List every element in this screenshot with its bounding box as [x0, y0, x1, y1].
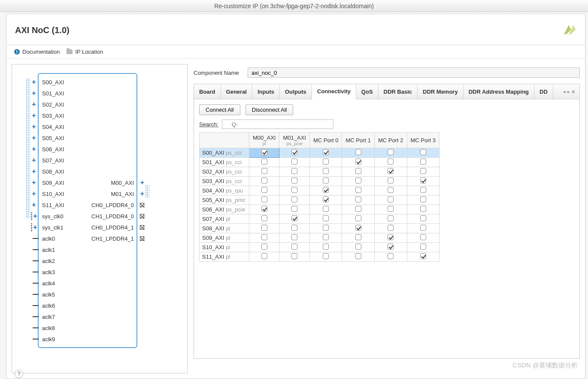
tab-connectivity[interactable]: Connectivity [312, 84, 356, 99]
table-row[interactable]: S10_AXIpl [200, 243, 439, 252]
table-row[interactable]: S00_AXIps_cci [200, 148, 439, 158]
checkbox[interactable] [261, 244, 267, 250]
checkbox[interactable] [291, 149, 297, 155]
checkbox-cell[interactable] [375, 243, 407, 252]
column-header[interactable]: M01_AXIps_pcie [279, 133, 309, 148]
checkbox-cell[interactable] [279, 205, 309, 214]
checkbox[interactable] [291, 225, 297, 231]
checkbox-cell[interactable] [375, 196, 407, 205]
checkbox-cell[interactable] [249, 158, 279, 167]
checkbox-cell[interactable] [375, 158, 407, 167]
component-name-input[interactable] [248, 67, 580, 78]
help-icon[interactable]: ? [15, 370, 23, 378]
checkbox[interactable] [291, 177, 297, 183]
checkbox[interactable] [355, 244, 361, 250]
checkbox[interactable] [420, 206, 426, 212]
checkbox[interactable] [291, 168, 297, 174]
checkbox-cell[interactable] [342, 214, 375, 224]
checkbox-cell[interactable] [279, 186, 309, 196]
checkbox-cell[interactable] [249, 252, 279, 262]
checkbox-cell[interactable] [342, 148, 375, 158]
checkbox-cell[interactable] [375, 214, 407, 224]
column-header[interactable]: MC Port 3 [407, 133, 439, 148]
checkbox-cell[interactable] [249, 196, 279, 205]
checkbox[interactable] [388, 168, 394, 174]
connect-all-button[interactable]: Connect All [199, 104, 240, 115]
tab-menu-icon[interactable] [572, 89, 577, 95]
table-row[interactable]: S06_AXIps_pcie [200, 205, 439, 214]
table-row[interactable]: S11_AXIpl [200, 252, 439, 262]
checkbox-cell[interactable] [249, 233, 279, 243]
checkbox[interactable] [291, 234, 297, 240]
checkbox[interactable] [388, 215, 394, 221]
checkbox[interactable] [388, 234, 394, 240]
checkbox-cell[interactable] [407, 177, 439, 186]
column-header[interactable]: MC Port 0 [309, 133, 342, 148]
checkbox-cell[interactable] [309, 224, 342, 233]
checkbox[interactable] [388, 149, 394, 155]
checkbox-cell[interactable] [309, 148, 342, 158]
column-header[interactable]: MC Port 1 [342, 133, 375, 148]
checkbox-cell[interactable] [407, 186, 439, 196]
checkbox-cell[interactable] [249, 167, 279, 177]
table-row[interactable]: S04_AXIps_rpu [200, 186, 439, 196]
checkbox[interactable] [355, 159, 361, 165]
checkbox[interactable] [388, 159, 394, 165]
checkbox[interactable] [420, 159, 426, 165]
checkbox-cell[interactable] [249, 186, 279, 196]
checkbox[interactable] [355, 168, 361, 174]
checkbox-cell[interactable] [407, 158, 439, 167]
checkbox[interactable] [261, 196, 267, 202]
checkbox[interactable] [420, 187, 426, 193]
checkbox-cell[interactable] [375, 252, 407, 262]
checkbox[interactable] [388, 253, 394, 259]
checkbox-cell[interactable] [279, 148, 309, 158]
checkbox-cell[interactable] [309, 186, 342, 196]
checkbox-cell[interactable] [249, 205, 279, 214]
checkbox[interactable] [323, 196, 329, 202]
checkbox[interactable] [261, 149, 267, 155]
checkbox-cell[interactable] [342, 177, 375, 186]
checkbox[interactable] [323, 225, 329, 231]
checkbox[interactable] [291, 196, 297, 202]
checkbox-cell[interactable] [309, 196, 342, 205]
checkbox[interactable] [420, 215, 426, 221]
checkbox-cell[interactable] [375, 224, 407, 233]
checkbox-cell[interactable] [309, 177, 342, 186]
tab-outputs[interactable]: Outputs [280, 85, 312, 99]
checkbox-cell[interactable] [342, 233, 375, 243]
checkbox-cell[interactable] [279, 224, 309, 233]
checkbox-cell[interactable] [375, 177, 407, 186]
checkbox[interactable] [261, 159, 267, 165]
tab-dd[interactable]: DD [534, 85, 553, 99]
checkbox-cell[interactable] [342, 167, 375, 177]
checkbox[interactable] [355, 206, 361, 212]
checkbox-cell[interactable] [342, 252, 375, 262]
checkbox[interactable] [291, 253, 297, 259]
checkbox[interactable] [355, 196, 361, 202]
checkbox-cell[interactable] [407, 167, 439, 177]
ip-location-link[interactable]: IP Location [67, 49, 103, 55]
checkbox[interactable] [420, 196, 426, 202]
checkbox[interactable] [323, 244, 329, 250]
checkbox[interactable] [355, 187, 361, 193]
tab-qos[interactable]: QoS [356, 85, 379, 99]
checkbox[interactable] [388, 177, 394, 183]
checkbox[interactable] [261, 168, 267, 174]
checkbox-cell[interactable] [342, 205, 375, 214]
documentation-link[interactable]: i Documentation [14, 49, 60, 55]
checkbox-cell[interactable] [309, 233, 342, 243]
checkbox-cell[interactable] [249, 148, 279, 158]
checkbox[interactable] [261, 206, 267, 212]
checkbox[interactable] [420, 225, 426, 231]
checkbox[interactable] [323, 159, 329, 165]
table-row[interactable]: S05_AXIps_pmc [200, 196, 439, 205]
checkbox-cell[interactable] [279, 196, 309, 205]
checkbox-cell[interactable] [375, 205, 407, 214]
checkbox-cell[interactable] [249, 224, 279, 233]
checkbox[interactable] [420, 244, 426, 250]
checkbox[interactable] [355, 149, 361, 155]
checkbox[interactable] [323, 215, 329, 221]
checkbox[interactable] [291, 159, 297, 165]
checkbox-cell[interactable] [279, 233, 309, 243]
